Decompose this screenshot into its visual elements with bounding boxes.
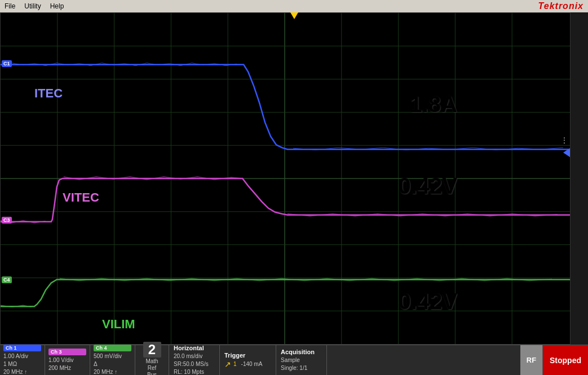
trigger-line: ↗ 1 -140 mA: [224, 360, 271, 369]
ch1-name-label: ITEC: [34, 86, 63, 101]
horizontal-title: Horizontal: [174, 345, 215, 351]
ch4-name-label: VILIM: [102, 317, 135, 332]
acquisition-count: Single: 1/1: [281, 364, 322, 372]
ch4-scale: 500 mV/div: [94, 352, 131, 360]
trigger-pin-icon: [290, 12, 298, 19]
ch1-status: Ch 1 1.00 A/div 1 MΩ 20 MHz ↑: [0, 345, 45, 375]
rf-button[interactable]: RF: [520, 345, 543, 375]
trigger-section: Trigger ↗ 1 -140 mA: [220, 345, 276, 375]
trigger-icon: ↗: [224, 360, 231, 369]
trigger-level: -140 mA: [241, 361, 263, 367]
ch4-badge: Ch 4: [94, 345, 131, 351]
tektronix-logo: Tektronix: [538, 1, 583, 11]
ch3-scale: 1.00 V/div: [48, 356, 86, 364]
horizontal-sample-rate: SR:50.0 MS/s: [174, 360, 215, 368]
acquisition-section: Acquisition Sample Single: 1/1: [276, 345, 327, 375]
stopped-button[interactable]: Stopped: [543, 345, 588, 375]
horizontal-section: Horizontal 20.0 ms/div SR:50.0 MS/s RL: …: [169, 345, 220, 375]
ch4-delta: Δ: [94, 360, 131, 368]
spacer: [327, 345, 520, 375]
ch4-status: Ch 4 500 mV/div Δ 20 MHz ↑: [90, 345, 135, 375]
menu-help[interactable]: Help: [50, 2, 64, 10]
menu-file[interactable]: File: [5, 2, 15, 10]
menu-utility[interactable]: Utility: [24, 2, 41, 10]
ch3-badge: Ch 3: [48, 349, 86, 355]
ch3-measurement: 0.42V: [398, 173, 457, 199]
ch1-bw: 20 MHz ↑: [3, 368, 41, 376]
ch4-bw: 20 MHz ↑: [94, 368, 131, 376]
trigger-channel-indicator: 1: [233, 361, 237, 367]
ch3-bw: 200 MHz: [48, 364, 86, 372]
oscilloscope-display: C1 C3 C4 ITEC VITEC VILIM 1.8A 0.42V 0.4…: [0, 12, 571, 345]
status-bar: Ch 1 1.00 A/div 1 MΩ 20 MHz ↑ Ch 3 1.00 …: [0, 345, 588, 375]
more-options-dots[interactable]: ⋮: [560, 139, 568, 142]
acquisition-title: Acquisition: [281, 349, 322, 355]
ch3-indicator-badge: C3: [2, 217, 12, 224]
acquisition-mode: Sample: [281, 356, 322, 364]
ch4-measurement: 0.42V: [398, 289, 457, 314]
ch1-indicator-badge: C1: [2, 60, 12, 67]
horizontal-time-div: 20.0 ms/div: [174, 352, 215, 360]
menu-bar: File Utility Help Tektronix: [0, 0, 588, 12]
ch1-scale: 1.00 A/div: [3, 352, 41, 360]
horizontal-record-length: RL: 10 Mpts: [174, 368, 215, 376]
ch3-name-label: VITEC: [63, 190, 99, 205]
ch4-indicator-badge: C4: [2, 276, 12, 283]
ch1-impedance: 1 MΩ: [3, 360, 41, 368]
ch1-badge: Ch 1: [3, 345, 41, 351]
ch1-measurement: 1.8A: [410, 92, 458, 117]
trigger-pin: [290, 12, 298, 19]
waveform-canvas: [1, 13, 570, 344]
trigger-title: Trigger: [224, 352, 271, 359]
math-ref-number: 2: [143, 342, 161, 358]
ch1-right-arrow: [563, 148, 570, 157]
ch3-status: Ch 3 1.00 V/div 200 MHz: [45, 345, 90, 375]
math-ref-section[interactable]: 2 MathRefBus: [135, 345, 169, 375]
math-ref-label: MathRefBus: [145, 358, 158, 375]
